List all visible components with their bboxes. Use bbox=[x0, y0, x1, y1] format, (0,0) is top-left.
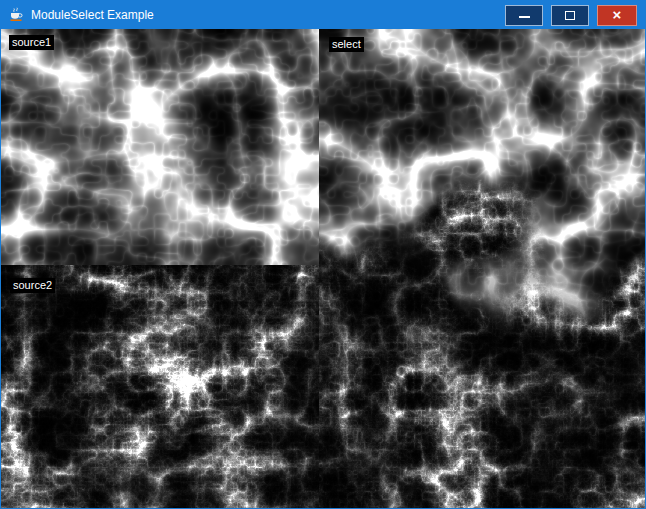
title-bar[interactable]: ModuleSelect Example × bbox=[1, 1, 645, 29]
window-controls: × bbox=[505, 5, 645, 26]
client-area: source1 select source2 bbox=[1, 29, 645, 508]
window-title: ModuleSelect Example bbox=[31, 8, 154, 22]
image-label-select: select bbox=[329, 37, 364, 52]
minimize-button[interactable] bbox=[505, 5, 543, 26]
close-icon: × bbox=[613, 7, 622, 22]
minimize-icon bbox=[519, 16, 530, 18]
maximize-button[interactable] bbox=[551, 5, 589, 26]
image-label-source2: source2 bbox=[10, 278, 55, 293]
java-app-icon bbox=[8, 7, 24, 23]
noise-render-canvas bbox=[1, 29, 645, 508]
image-label-source1: source1 bbox=[9, 35, 54, 50]
maximize-icon bbox=[565, 11, 575, 20]
close-button[interactable]: × bbox=[597, 5, 637, 26]
application-window: ModuleSelect Example × source1 select so… bbox=[0, 0, 646, 509]
